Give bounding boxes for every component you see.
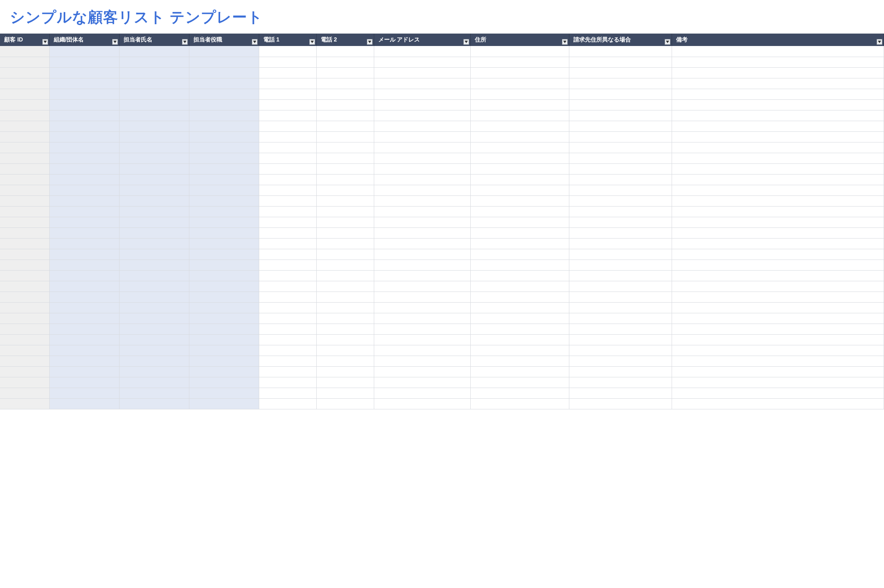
cell-organization[interactable] <box>49 99 119 110</box>
cell-phone-2[interactable] <box>316 238 374 249</box>
cell-customer-id[interactable] <box>0 174 49 185</box>
cell-billing-address[interactable] <box>569 260 672 270</box>
cell-email[interactable] <box>374 46 470 57</box>
cell-organization[interactable] <box>49 398 119 409</box>
cell-notes[interactable] <box>672 398 884 409</box>
cell-billing-address[interactable] <box>569 217 672 227</box>
cell-phone-2[interactable] <box>316 249 374 260</box>
cell-phone-2[interactable] <box>316 67 374 78</box>
filter-dropdown-icon[interactable] <box>367 39 373 45</box>
column-header-contact-role[interactable]: 担当者役職 <box>189 34 259 46</box>
cell-contact-name[interactable] <box>119 57 189 67</box>
cell-address[interactable] <box>470 398 569 409</box>
cell-address[interactable] <box>470 345 569 356</box>
cell-address[interactable] <box>470 366 569 377</box>
cell-billing-address[interactable] <box>569 345 672 356</box>
cell-notes[interactable] <box>672 78 884 89</box>
cell-notes[interactable] <box>672 313 884 324</box>
cell-contact-name[interactable] <box>119 398 189 409</box>
cell-phone-1[interactable] <box>259 121 316 131</box>
cell-contact-role[interactable] <box>189 57 259 67</box>
cell-phone-1[interactable] <box>259 195 316 206</box>
cell-organization[interactable] <box>49 67 119 78</box>
cell-notes[interactable] <box>672 142 884 153</box>
cell-email[interactable] <box>374 142 470 153</box>
cell-contact-name[interactable] <box>119 121 189 131</box>
cell-contact-name[interactable] <box>119 67 189 78</box>
cell-organization[interactable] <box>49 46 119 57</box>
cell-billing-address[interactable] <box>569 227 672 238</box>
cell-billing-address[interactable] <box>569 366 672 377</box>
cell-organization[interactable] <box>49 110 119 121</box>
cell-phone-1[interactable] <box>259 142 316 153</box>
cell-address[interactable] <box>470 89 569 99</box>
cell-organization[interactable] <box>49 121 119 131</box>
cell-contact-name[interactable] <box>119 302 189 313</box>
cell-contact-name[interactable] <box>119 227 189 238</box>
cell-organization[interactable] <box>49 142 119 153</box>
cell-contact-role[interactable] <box>189 46 259 57</box>
cell-address[interactable] <box>470 270 569 281</box>
cell-contact-name[interactable] <box>119 356 189 366</box>
cell-phone-2[interactable] <box>316 185 374 195</box>
cell-contact-role[interactable] <box>189 313 259 324</box>
cell-email[interactable] <box>374 217 470 227</box>
cell-contact-name[interactable] <box>119 174 189 185</box>
cell-phone-2[interactable] <box>316 377 374 388</box>
cell-email[interactable] <box>374 78 470 89</box>
cell-phone-1[interactable] <box>259 377 316 388</box>
cell-address[interactable] <box>470 238 569 249</box>
cell-contact-name[interactable] <box>119 78 189 89</box>
cell-address[interactable] <box>470 185 569 195</box>
cell-phone-1[interactable] <box>259 260 316 270</box>
cell-organization[interactable] <box>49 302 119 313</box>
cell-phone-1[interactable] <box>259 78 316 89</box>
cell-address[interactable] <box>470 121 569 131</box>
filter-dropdown-icon[interactable] <box>665 39 670 45</box>
cell-organization[interactable] <box>49 366 119 377</box>
cell-phone-2[interactable] <box>316 195 374 206</box>
cell-contact-name[interactable] <box>119 334 189 345</box>
cell-email[interactable] <box>374 388 470 398</box>
cell-notes[interactable] <box>672 131 884 142</box>
cell-phone-1[interactable] <box>259 238 316 249</box>
cell-contact-role[interactable] <box>189 281 259 292</box>
cell-notes[interactable] <box>672 153 884 163</box>
cell-customer-id[interactable] <box>0 142 49 153</box>
cell-address[interactable] <box>470 142 569 153</box>
cell-contact-role[interactable] <box>189 324 259 334</box>
cell-contact-name[interactable] <box>119 142 189 153</box>
cell-phone-2[interactable] <box>316 324 374 334</box>
cell-email[interactable] <box>374 110 470 121</box>
cell-contact-name[interactable] <box>119 388 189 398</box>
cell-billing-address[interactable] <box>569 388 672 398</box>
cell-organization[interactable] <box>49 153 119 163</box>
cell-contact-role[interactable] <box>189 377 259 388</box>
cell-organization[interactable] <box>49 238 119 249</box>
cell-address[interactable] <box>470 313 569 324</box>
cell-phone-1[interactable] <box>259 281 316 292</box>
cell-phone-1[interactable] <box>259 99 316 110</box>
cell-notes[interactable] <box>672 195 884 206</box>
cell-email[interactable] <box>374 377 470 388</box>
cell-email[interactable] <box>374 89 470 99</box>
cell-contact-role[interactable] <box>189 78 259 89</box>
cell-address[interactable] <box>470 217 569 227</box>
cell-address[interactable] <box>470 377 569 388</box>
cell-phone-1[interactable] <box>259 217 316 227</box>
cell-organization[interactable] <box>49 89 119 99</box>
filter-dropdown-icon[interactable] <box>42 39 48 45</box>
column-header-email[interactable]: メール アドレス <box>374 34 470 46</box>
cell-customer-id[interactable] <box>0 302 49 313</box>
cell-contact-name[interactable] <box>119 324 189 334</box>
cell-customer-id[interactable] <box>0 281 49 292</box>
cell-customer-id[interactable] <box>0 249 49 260</box>
cell-contact-name[interactable] <box>119 206 189 217</box>
cell-customer-id[interactable] <box>0 238 49 249</box>
cell-contact-name[interactable] <box>119 46 189 57</box>
cell-organization[interactable] <box>49 260 119 270</box>
cell-email[interactable] <box>374 174 470 185</box>
column-header-address[interactable]: 住所 <box>470 34 569 46</box>
cell-notes[interactable] <box>672 174 884 185</box>
cell-contact-role[interactable] <box>189 131 259 142</box>
